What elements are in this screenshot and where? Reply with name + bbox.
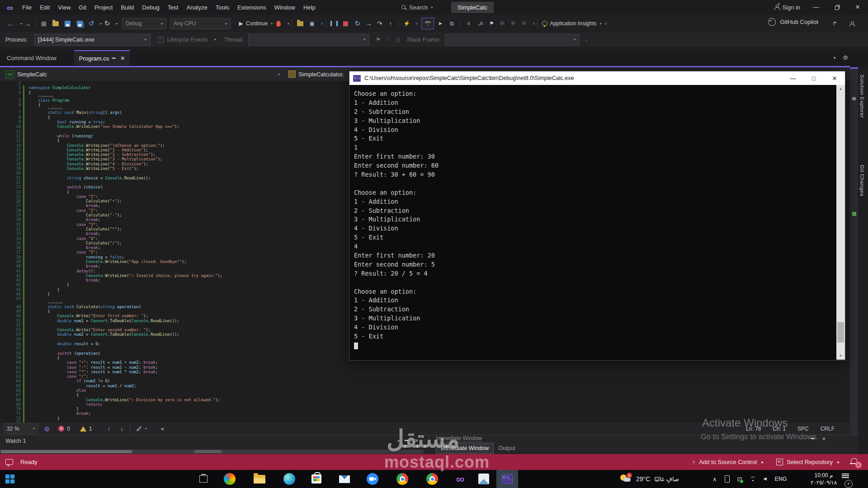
notifications-button[interactable]: 1 [851, 458, 857, 465]
copilot-area[interactable]: GitHub Copilot [768, 18, 818, 26]
code-line[interactable]: 62 case "*": result = num1 * num2; break… [0, 370, 850, 374]
restore-button[interactable] [826, 0, 847, 14]
line-number[interactable]: 16 [0, 152, 21, 157]
line-number[interactable]: 23 [0, 185, 21, 189]
line-number[interactable]: 2 [0, 81, 21, 85]
line-number[interactable]: 26 [0, 199, 21, 203]
continue-play-icon[interactable]: ▶ [236, 18, 246, 29]
wifi-icon[interactable] [750, 477, 756, 481]
flag-icon[interactable]: ⚑ [376, 36, 381, 43]
edit-and-continue-toggle[interactable]: abc✓ [421, 18, 434, 29]
redo-dropdown[interactable]: ▾ [116, 18, 118, 29]
error-count[interactable]: 0 [67, 426, 70, 432]
line-number[interactable]: 8 [0, 115, 21, 120]
comment-button[interactable]: ⹂≡ [474, 18, 486, 29]
warning-count[interactable]: 1 [89, 426, 92, 432]
line-number[interactable]: 25 [0, 194, 21, 199]
mail-button[interactable] [335, 470, 354, 488]
line-number[interactable]: 37 [0, 250, 21, 254]
restart-button[interactable]: ↻ [352, 18, 363, 29]
code-line[interactable]: 61 case "-": result = num1 - num2; break… [0, 365, 850, 370]
watch-title[interactable]: Watch 1 [5, 438, 26, 444]
line-number[interactable]: 29 [0, 213, 21, 217]
line-number[interactable]: 24 [0, 190, 21, 194]
immediate-close-icon[interactable]: ✕ [822, 436, 826, 442]
pointer-mode-button[interactable]: ➤ [434, 18, 446, 29]
line-number[interactable]: 47 [0, 296, 21, 301]
line-number[interactable]: 59 [0, 356, 21, 360]
new-project-button[interactable]: ▤ [38, 18, 50, 29]
line-number[interactable]: 45 [0, 287, 21, 292]
breadcrumb-project[interactable]: SimpleCalc [17, 71, 47, 78]
line-number[interactable]: 38 [0, 255, 21, 259]
line-number[interactable]: 33 [0, 231, 21, 236]
menu-build[interactable]: Build [117, 3, 138, 12]
copilot-app-button[interactable] [220, 470, 240, 488]
save-button[interactable] [61, 18, 73, 29]
menu-git[interactable]: Git [75, 3, 90, 12]
line-number[interactable]: 58 [0, 351, 21, 356]
tab-program-cs[interactable]: Program.cs ✕ [74, 50, 130, 66]
eol-indicator[interactable]: CRLF [821, 426, 835, 432]
console-app-button-active[interactable] [496, 470, 518, 488]
line-number[interactable]: 13 [0, 138, 21, 143]
menu-analyze[interactable]: Analyze [182, 3, 211, 12]
menu-file[interactable]: File [18, 3, 36, 12]
flag-outline-icon[interactable]: ⚐ [385, 36, 390, 43]
console-minimize-button[interactable]: — [783, 71, 803, 85]
redo-button[interactable]: ↻ [102, 18, 113, 29]
breadcrumb-type[interactable]: SimpleCalculator. [298, 71, 344, 78]
tab-command-window[interactable]: Command Window [2, 50, 61, 66]
overflow-menu[interactable]: ≡ [321, 18, 323, 29]
line-number[interactable]: 15 [0, 148, 21, 152]
pin-icon[interactable] [113, 56, 117, 61]
line-number[interactable]: 35 [0, 241, 21, 245]
tab-output[interactable]: Output [494, 443, 520, 453]
volume-icon[interactable] [764, 477, 767, 481]
menu-window[interactable]: Window [270, 3, 299, 12]
chrome-profile-button[interactable] [422, 470, 442, 488]
code-line[interactable]: 66 else [0, 388, 850, 393]
line-number[interactable]: 12 [0, 134, 21, 138]
process-dropdown[interactable]: [3444] SimpleCalc.exe▾ [34, 34, 151, 46]
store-button[interactable] [307, 470, 326, 488]
scroll-up-arrow[interactable]: ▲ [836, 85, 845, 93]
line-number[interactable]: 36 [0, 245, 21, 250]
watch-hscrollbar[interactable] [0, 450, 423, 454]
line-number[interactable]: 48 [0, 305, 21, 309]
line-number[interactable]: 22 [0, 180, 21, 185]
line-number[interactable]: 60 [0, 360, 21, 365]
code-line[interactable]: 70 } [0, 407, 850, 411]
line-number[interactable]: 21 [0, 176, 21, 180]
close-button[interactable]: ✕ [847, 0, 868, 14]
prev-bookmark-button[interactable]: ⚐ [497, 18, 508, 29]
continue-button[interactable]: Continue [246, 18, 268, 29]
code-line[interactable]: 71 break; [0, 411, 850, 416]
search-control[interactable]: Search ▾ [401, 2, 433, 13]
line-number[interactable]: 44 [0, 282, 21, 287]
show-hidden-icons-button[interactable]: ∧ [712, 476, 717, 483]
line-number[interactable]: 10 [0, 124, 21, 129]
console-title-bar[interactable]: C:\Users\sh\source\repos\SimpleCalc\Simp… [349, 71, 845, 85]
next-bookmark-button[interactable]: ⚐ [508, 18, 519, 29]
line-number[interactable]: 18 [0, 162, 21, 166]
line-number[interactable]: 63 [0, 374, 21, 379]
line-number[interactable]: 68 [0, 398, 21, 402]
line-number[interactable]: 70 [0, 407, 21, 411]
solution-platform-dropdown[interactable]: Any CPU▾ [170, 18, 231, 29]
code-line[interactable]: 67 { [0, 393, 850, 397]
line-number[interactable]: 9 [0, 120, 21, 124]
console-scroll-thumb[interactable] [837, 322, 844, 343]
code-line[interactable]: 68 Console.WriteLine("✕ Division by zero… [0, 398, 850, 402]
line-number[interactable]: 49 [0, 309, 21, 314]
line-number[interactable]: 27 [0, 203, 21, 208]
line-number[interactable]: 39 [0, 259, 21, 264]
edge-button[interactable] [279, 470, 299, 488]
line-number[interactable]: 66 [0, 388, 21, 393]
code-line[interactable]: 64 if (num2 != 0) [0, 379, 850, 383]
menu-view[interactable]: View [54, 3, 75, 12]
menu-test[interactable]: Test [164, 3, 183, 12]
code-cleanup-chevron[interactable]: ▾ [145, 427, 147, 431]
hot-reload-button[interactable] [273, 18, 284, 29]
gear-icon[interactable]: ⚙ [843, 54, 848, 61]
